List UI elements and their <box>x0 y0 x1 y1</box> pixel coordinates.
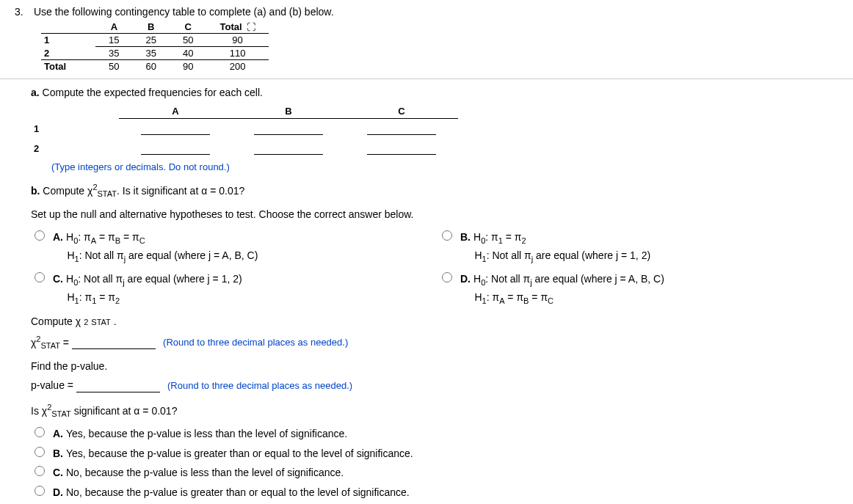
question-number: 3. <box>15 6 28 18</box>
table-row: 1 15 25 50 90 <box>41 34 269 47</box>
part-b-label: b. <box>31 184 40 196</box>
radio-b[interactable] <box>442 230 452 241</box>
pvalue-row: p-value = (Round to three decimal places… <box>31 379 838 392</box>
part-a: a. Compute the expected frequencies for … <box>31 87 838 98</box>
pvalue-label: p-value = <box>31 379 73 391</box>
expected-freq-table: A B C 1 2 <box>31 103 458 158</box>
col-header-total: Total⛶ <box>207 21 269 34</box>
expected-input-2c[interactable] <box>367 142 436 155</box>
part-a-hint: (Type integers or decimals. Do not round… <box>51 161 838 172</box>
radio-d[interactable] <box>442 272 452 282</box>
expected-input-2b[interactable] <box>254 142 323 155</box>
signif-option-c[interactable]: C.No, because the p-value is less than t… <box>31 464 838 481</box>
question-text: Use the following contingency table to c… <box>34 6 838 18</box>
compute-chi-label: Compute χ2STAT . <box>31 315 838 327</box>
chi-stat-label: χ2STAT = <box>31 335 69 350</box>
setup-hypotheses: Set up the null and alternative hypothes… <box>31 208 838 220</box>
part-b-text-prefix: Compute <box>43 184 87 196</box>
option-d[interactable]: D.H0: Not all πj are equal (where j = A,… <box>438 271 838 308</box>
expected-row: 2 <box>31 139 458 158</box>
chi-round-hint: (Round to three decimal places as needed… <box>163 337 348 348</box>
signif-option-a[interactable]: A.Yes, because the p-value is less than … <box>31 426 838 442</box>
exp-col-b: B <box>232 103 345 119</box>
expected-input-1a[interactable] <box>141 122 210 135</box>
find-pvalue: Find the p-value. <box>31 360 838 372</box>
option-a[interactable]: A.H0: πA = πB = πC H1: Not all πj are eq… <box>31 229 431 266</box>
table-row-total: Total 50 60 90 200 <box>41 60 269 73</box>
hypothesis-options: A.H0: πA = πB = πC H1: Not all πj are eq… <box>31 229 838 308</box>
contingency-table: A B C Total⛶ 1 15 25 50 90 2 35 35 40 11… <box>41 21 269 73</box>
divider <box>0 78 853 79</box>
signif-option-b[interactable]: B.Yes, because the p-value is greater th… <box>31 445 838 461</box>
signif-radio-b[interactable] <box>35 447 45 457</box>
col-header-b: B <box>133 21 170 34</box>
pvalue-input[interactable] <box>76 379 160 392</box>
exp-col-a: A <box>119 103 232 119</box>
chi-stat-row: χ2STAT = (Round to three decimal places … <box>31 335 838 350</box>
expected-input-1b[interactable] <box>254 122 323 135</box>
part-b: b. Compute χ2STAT. Is it significant at … <box>31 183 838 198</box>
radio-a[interactable] <box>35 230 45 241</box>
col-header-c: C <box>170 21 206 34</box>
signif-option-d[interactable]: D.No, because the p-value is greater tha… <box>31 484 838 500</box>
expected-input-1c[interactable] <box>367 122 436 135</box>
option-c[interactable]: C.H0: Not all πj are equal (where j = 1,… <box>31 271 431 308</box>
expected-row: 1 <box>31 119 458 139</box>
expected-input-2a[interactable] <box>141 142 210 155</box>
signif-radio-c[interactable] <box>35 466 45 476</box>
part-a-text: Compute the expected frequencies for eac… <box>43 87 263 98</box>
part-a-label: a. <box>31 87 40 98</box>
col-header-a: A <box>95 21 132 34</box>
pvalue-round-hint: (Round to three decimal places as needed… <box>167 380 352 391</box>
option-b[interactable]: B.H0: π1 = π2 H1: Not all πj are equal (… <box>438 229 838 266</box>
radio-c[interactable] <box>35 272 45 282</box>
signif-options: A.Yes, because the p-value is less than … <box>31 426 838 500</box>
part-b-text-suffix: . Is it significant at α = 0.01? <box>117 184 244 196</box>
table-row: 2 35 35 40 110 <box>41 47 269 60</box>
chi-stat-input[interactable] <box>72 336 156 349</box>
signif-radio-a[interactable] <box>35 427 45 437</box>
exp-col-c: C <box>345 103 458 119</box>
question-header: 3. Use the following contingency table t… <box>15 6 838 18</box>
signif-question: Is χ2STAT significant at α = 0.01? <box>31 403 838 418</box>
enlarge-icon[interactable]: ⛶ <box>247 22 255 32</box>
signif-radio-d[interactable] <box>35 486 45 496</box>
